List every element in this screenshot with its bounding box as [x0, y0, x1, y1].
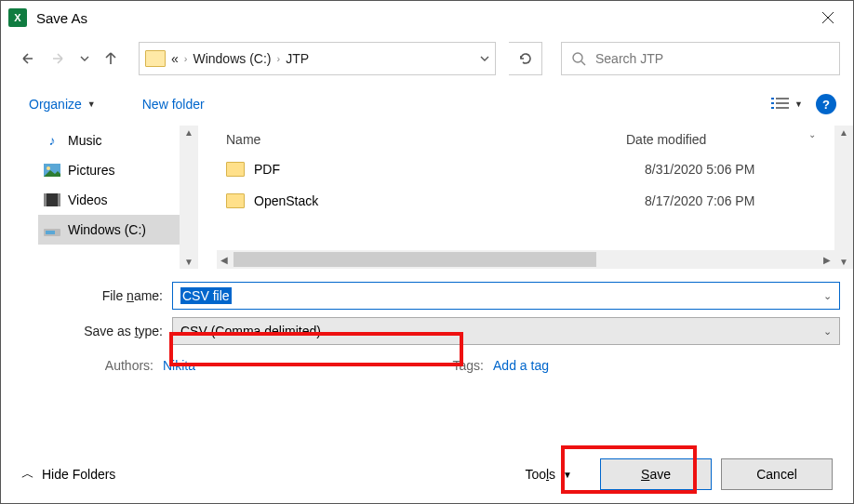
- file-date: 8/31/2020 5:06 PM: [645, 162, 754, 177]
- videos-icon: [44, 192, 60, 208]
- scroll-right-icon: ▶: [823, 255, 834, 265]
- sidebar-item-music[interactable]: ♪ Music: [38, 126, 198, 155]
- chevron-down-icon: ▼: [563, 470, 572, 480]
- up-button[interactable]: [100, 49, 122, 68]
- cancel-button[interactable]: Cancel: [721, 458, 833, 490]
- chevron-right-icon: ›: [184, 53, 188, 64]
- chevron-right-icon: ›: [276, 53, 280, 64]
- drive-icon: [44, 221, 60, 238]
- svg-rect-5: [776, 98, 789, 99]
- svg-point-2: [573, 53, 582, 62]
- close-button[interactable]: [807, 2, 849, 33]
- bottom-bar: ︿ Hide Folders Tools ▼ Save Cancel: [1, 445, 853, 503]
- address-bar[interactable]: « › Windows (C:) › JTP: [139, 42, 496, 75]
- search-icon: [571, 51, 586, 66]
- file-name: PDF: [254, 162, 645, 177]
- column-date[interactable]: Date modified: [626, 132, 706, 147]
- search-input[interactable]: Search JTP: [561, 42, 840, 75]
- vertical-scrollbar[interactable]: ▲ ▼: [834, 126, 853, 269]
- organize-menu[interactable]: Organize ▼: [29, 97, 96, 112]
- authors-value[interactable]: Nikita: [163, 358, 195, 373]
- file-row[interactable]: OpenStack 8/17/2020 7:06 PM: [198, 185, 853, 217]
- type-label: Save as type:: [14, 324, 172, 338]
- column-name[interactable]: Name: [226, 132, 626, 147]
- svg-rect-14: [58, 193, 60, 206]
- refresh-button[interactable]: [509, 42, 542, 75]
- scroll-left-icon: ◀: [217, 255, 232, 265]
- chevron-down-icon: [480, 54, 489, 63]
- sidebar-item-drive-c[interactable]: Windows (C:): [38, 215, 198, 245]
- save-button[interactable]: Save: [600, 458, 712, 490]
- file-row[interactable]: PDF 8/31/2020 5:06 PM: [198, 153, 853, 185]
- filename-input[interactable]: CSV file ⌄: [172, 282, 840, 310]
- form-area: File name: CSV file ⌄ Save as type: CSV …: [1, 269, 853, 373]
- svg-rect-9: [776, 107, 789, 109]
- folder-icon: [145, 50, 166, 67]
- tools-label: Tools: [525, 467, 555, 482]
- folder-icon: [226, 193, 245, 208]
- back-button[interactable]: [18, 49, 40, 68]
- recent-dropdown[interactable]: [77, 54, 92, 63]
- column-dropdown[interactable]: ⌄: [808, 129, 816, 139]
- help-button[interactable]: ?: [816, 94, 836, 114]
- search-placeholder: Search JTP: [595, 51, 663, 66]
- scroll-thumb[interactable]: [234, 252, 596, 267]
- crumb-prefix: «: [171, 51, 179, 66]
- forward-button[interactable]: [47, 49, 70, 68]
- arrow-up-icon: [101, 49, 120, 68]
- meta-row: Authors: Nikita Tags: Add a tag: [14, 352, 840, 373]
- sidebar: ♪ Music Pictures Videos Windows (C:) ▲ ▼: [1, 126, 198, 269]
- file-pane: ⌄ Name Date modified PDF 8/31/2020 5:06 …: [198, 126, 853, 269]
- hide-folders-button[interactable]: ︿ Hide Folders: [21, 466, 115, 483]
- scroll-up-icon: ▲: [184, 127, 193, 138]
- svg-rect-16: [46, 231, 55, 234]
- sidebar-item-label: Pictures: [68, 163, 115, 178]
- svg-rect-13: [44, 193, 47, 206]
- refresh-icon: [517, 50, 534, 67]
- svg-rect-6: [771, 102, 774, 104]
- sidebar-item-label: Videos: [68, 192, 108, 207]
- save-as-type-select[interactable]: CSV (Comma delimited) ⌄: [172, 317, 840, 345]
- svg-rect-8: [771, 107, 774, 109]
- chevron-up-icon: ︿: [21, 466, 34, 483]
- scroll-down-icon: ▼: [839, 257, 848, 267]
- music-icon: ♪: [44, 132, 60, 149]
- column-headers: Name Date modified: [198, 126, 853, 153]
- sidebar-item-videos[interactable]: Videos: [38, 185, 198, 215]
- view-options-button[interactable]: ▼: [770, 96, 803, 113]
- file-date: 8/17/2020 7:06 PM: [645, 193, 754, 208]
- pictures-icon: [44, 162, 60, 179]
- sidebar-item-label: Music: [68, 133, 102, 148]
- authors-label: Authors:: [88, 358, 163, 373]
- nav-row: « › Windows (C:) › JTP Search JTP: [1, 34, 853, 83]
- horizontal-scrollbar[interactable]: ◀ ▶: [217, 250, 834, 269]
- sidebar-scrollbar[interactable]: ▲ ▼: [180, 126, 198, 269]
- tools-menu[interactable]: Tools ▼: [525, 467, 572, 482]
- chevron-down-icon[interactable]: ⌄: [823, 325, 832, 338]
- sidebar-item-pictures[interactable]: Pictures: [38, 155, 198, 185]
- hide-folders-label: Hide Folders: [42, 467, 115, 482]
- tags-label: Tags:: [419, 358, 493, 373]
- crumb-folder[interactable]: JTP: [286, 51, 309, 66]
- titlebar: X Save As: [1, 1, 853, 34]
- chevron-down-icon[interactable]: ⌄: [823, 290, 832, 302]
- excel-icon: X: [8, 8, 27, 27]
- filename-value: CSV file: [180, 287, 232, 304]
- organize-label: Organize: [29, 97, 82, 112]
- svg-rect-4: [771, 98, 774, 99]
- address-dropdown[interactable]: [480, 51, 489, 66]
- close-icon: [821, 11, 834, 24]
- crumb-drive[interactable]: Windows (C:): [193, 51, 271, 66]
- list-view-icon: [770, 96, 791, 113]
- chevron-down-icon: [80, 54, 89, 63]
- svg-line-3: [581, 61, 585, 65]
- scroll-down-icon: ▼: [184, 257, 193, 267]
- svg-point-11: [47, 166, 50, 170]
- file-name: OpenStack: [254, 193, 645, 208]
- type-value: CSV (Comma delimited): [180, 324, 321, 338]
- scroll-up-icon: ▲: [839, 127, 848, 138]
- arrow-left-icon: [20, 49, 38, 68]
- new-folder-button[interactable]: New folder: [142, 97, 205, 112]
- tags-value[interactable]: Add a tag: [493, 358, 549, 373]
- folder-icon: [226, 162, 245, 177]
